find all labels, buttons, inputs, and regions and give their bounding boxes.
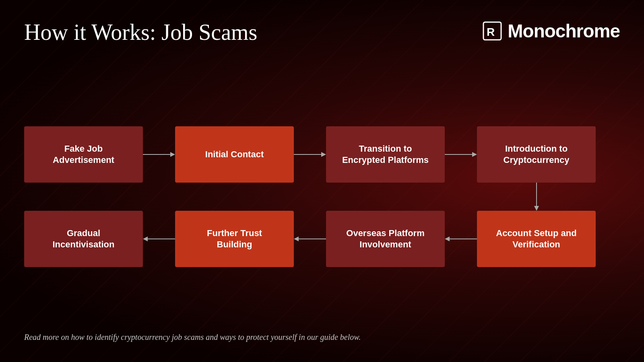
flow-box-trust: Further TrustBuilding — [175, 211, 294, 267]
flow-row-1: Fake JobAdvertisement Initial Contact — [24, 126, 620, 183]
vert-arrow — [477, 183, 596, 211]
svg-marker-7 — [472, 152, 477, 157]
flow-box-fake-job-label: Fake JobAdvertisement — [53, 143, 114, 166]
arrow-6-5 — [143, 234, 175, 244]
svg-marker-9 — [534, 206, 539, 211]
logo-text: Monochrome — [508, 20, 620, 42]
flow-box-account-setup: Account Setup andVerification — [477, 211, 596, 267]
svg-text:R: R — [487, 26, 495, 38]
flow-box-trust-label: Further TrustBuilding — [207, 228, 262, 251]
vertical-arrow-row — [24, 183, 620, 211]
flow-box-transition: Transition toEncrypted Platforms — [326, 126, 445, 183]
svg-marker-3 — [170, 152, 175, 157]
flow-box-fake-job: Fake JobAdvertisement — [24, 126, 143, 183]
header: How it Works: Job Scams R Monochrome — [24, 20, 620, 45]
logo-icon: R — [483, 21, 502, 41]
flow-box-transition-label: Transition toEncrypted Platforms — [342, 143, 429, 166]
flow-row-2: GradualIncentivisation Further TrustBuil… — [24, 211, 620, 267]
svg-marker-13 — [294, 237, 299, 241]
flow-box-gradual: GradualIncentivisation — [24, 211, 143, 267]
flow-box-account-setup-label: Account Setup andVerification — [496, 228, 576, 251]
arrow-2-3 — [294, 150, 326, 159]
footer-text: Read more on how to identify cryptocurre… — [24, 333, 620, 346]
logo-area: R Monochrome — [483, 20, 620, 42]
flow-diagram: Fake JobAdvertisement Initial Contact — [24, 69, 620, 325]
arrow-8-7 — [445, 234, 477, 244]
svg-marker-5 — [321, 152, 326, 157]
page-title: How it Works: Job Scams — [24, 20, 257, 45]
arrow-3-4 — [445, 150, 477, 159]
flow-box-gradual-label: GradualIncentivisation — [52, 228, 114, 251]
flow-box-initial-contact-label: Initial Contact — [205, 149, 264, 160]
flow-box-initial-contact: Initial Contact — [175, 126, 294, 183]
flow-box-intro-crypto: Introduction toCryptocurrency — [477, 126, 596, 183]
arrow-7-6 — [294, 234, 326, 244]
svg-marker-15 — [445, 237, 450, 241]
flow-box-overseas: Overseas PlatformInvolvement — [326, 211, 445, 267]
page-content: How it Works: Job Scams R Monochrome Fak… — [0, 0, 644, 362]
arrow-1-2 — [143, 150, 175, 159]
flow-box-overseas-label: Overseas PlatformInvolvement — [346, 228, 424, 251]
svg-marker-11 — [143, 237, 148, 241]
flow-box-intro-crypto-label: Introduction toCryptocurrency — [504, 143, 570, 166]
